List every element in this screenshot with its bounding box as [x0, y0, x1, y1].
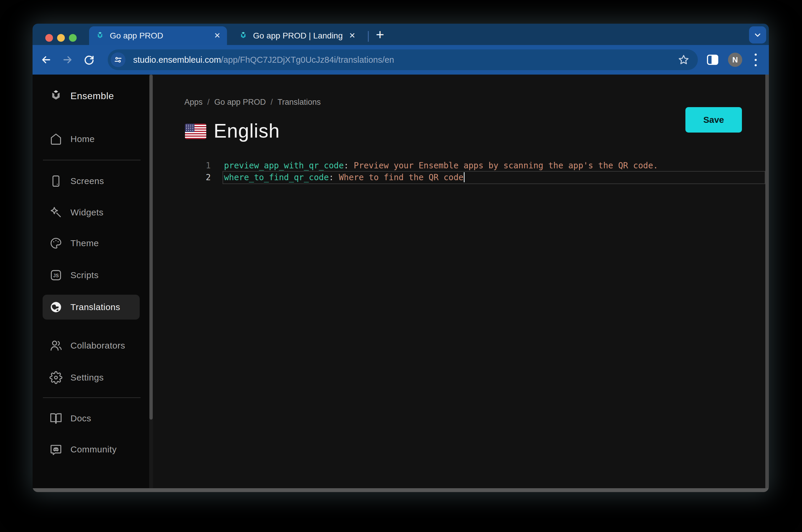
- yaml-editor[interactable]: 1 preview_app_with_qr_code: Preview your…: [153, 75, 765, 488]
- ensemble-logo-icon: [49, 89, 63, 103]
- globe-icon: [49, 300, 63, 314]
- reload-button[interactable]: [82, 53, 96, 66]
- sidebar-item-docs[interactable]: Docs: [33, 406, 149, 431]
- ensemble-favicon-icon: [239, 31, 248, 40]
- minimize-window-button[interactable]: [57, 34, 65, 42]
- sidebar-item-widgets[interactable]: Widgets: [33, 200, 149, 225]
- sidebar-scrollbar-thumb[interactable]: [150, 75, 153, 420]
- arrow-right-icon: [61, 54, 73, 66]
- sidebar-item-translations[interactable]: Translations: [33, 295, 149, 320]
- home-icon: [49, 132, 63, 146]
- tab-go-app-prod[interactable]: Go app PROD ✕: [89, 26, 227, 45]
- desktop: Go app PROD ✕ Go app PROD | Landing ✕ +: [0, 0, 802, 532]
- sidebar-item-screens[interactable]: Screens: [33, 169, 149, 193]
- sidebar-divider: [43, 160, 140, 160]
- sidebar-item-label: Translations: [71, 302, 120, 312]
- translations-panel: Apps / Go app PROD / Translations Englis…: [153, 75, 765, 488]
- sidebar-item-label: Collaborators: [71, 341, 125, 350]
- tab-bar: Go app PROD ✕ Go app PROD | Landing ✕ +: [33, 24, 769, 45]
- sidebar-item-home[interactable]: Home: [33, 127, 149, 152]
- ensemble-brand[interactable]: Ensemble: [33, 83, 149, 108]
- sidebar-item-collaborators[interactable]: Collaborators: [33, 333, 149, 358]
- line-code: preview_app_with_qr_code: Preview your E…: [224, 160, 658, 172]
- back-button[interactable]: [40, 53, 53, 66]
- star-icon: [678, 54, 690, 66]
- line-number: 2: [194, 172, 211, 184]
- js-badge: JS: [53, 273, 59, 278]
- discord-icon: [49, 443, 63, 456]
- browser-toolbar: studio.ensembleui.com/app/FhQC7J2DjXTg0U…: [33, 45, 769, 75]
- tab-close-icon[interactable]: ✕: [349, 31, 356, 40]
- browser-menu-button[interactable]: [752, 52, 759, 68]
- dot: [755, 64, 757, 66]
- sidebar-item-scripts[interactable]: JS Scripts: [33, 263, 149, 288]
- sidebar-item-label: Theme: [71, 238, 99, 248]
- sidebar-item-label: Docs: [71, 413, 91, 423]
- forward-button[interactable]: [61, 53, 74, 66]
- side-panel-button[interactable]: [706, 53, 719, 66]
- reload-icon: [83, 54, 95, 66]
- sidebar-item-label: Screens: [71, 176, 104, 186]
- sidebar-item-settings[interactable]: Settings: [33, 365, 149, 390]
- sidebar-item-label: Settings: [71, 373, 103, 383]
- tab-go-app-prod-landing[interactable]: Go app PROD | Landing ✕: [232, 26, 362, 45]
- address-bar[interactable]: studio.ensembleui.com/app/FhQC7J2DjXTg0U…: [108, 50, 698, 70]
- traffic-lights: [45, 34, 77, 42]
- sidebar-item-label: Community: [71, 444, 117, 455]
- page-content: Ensemble Home: [33, 75, 769, 488]
- dot: [755, 59, 757, 61]
- ensemble-favicon-icon: [96, 31, 104, 40]
- yaml-value: Preview your Ensemble apps by scanning t…: [349, 161, 658, 170]
- brand-name: Ensemble: [71, 91, 114, 101]
- users-icon: [49, 339, 63, 353]
- tab-separator: [368, 31, 369, 42]
- page-scrollbar[interactable]: [765, 75, 769, 488]
- dot: [755, 54, 757, 56]
- tab-title: Go app PROD: [110, 31, 214, 40]
- url-text[interactable]: studio.ensembleui.com/app/FhQC7J2DjXTg0U…: [133, 55, 678, 65]
- yaml-colon: :: [344, 161, 349, 170]
- site-settings-button[interactable]: [111, 52, 126, 67]
- line-number: 1: [194, 160, 211, 172]
- screens-icon: [49, 174, 63, 188]
- side-panel-icon: [706, 54, 719, 66]
- sidebar-item-community[interactable]: Community: [33, 437, 149, 462]
- url-path: /app/FhQC7J2DjXTg0UcJz84i/translations/e…: [221, 55, 394, 64]
- url-host: studio.ensembleui.com: [133, 55, 221, 64]
- sidebar: Ensemble Home: [33, 75, 149, 488]
- yaml-key: where_to_find_qr_code: [224, 172, 329, 182]
- browser-window: Go app PROD ✕ Go app PROD | Landing ✕ +: [33, 24, 769, 492]
- window-bottom-edge: [33, 488, 769, 492]
- chevron-down-icon: [753, 31, 762, 39]
- js-icon: JS: [49, 268, 63, 282]
- palette-icon: [49, 236, 63, 250]
- yaml-key: preview_app_with_qr_code: [224, 161, 344, 170]
- line-code: where_to_find_qr_code: Where to find the…: [224, 172, 465, 184]
- zoom-window-button[interactable]: [69, 34, 77, 42]
- yaml-colon: :: [329, 172, 334, 182]
- new-tab-button[interactable]: +: [372, 26, 388, 42]
- sidebar-item-label: Home: [71, 134, 95, 144]
- editor-line[interactable]: 1 preview_app_with_qr_code: Preview your…: [153, 160, 765, 172]
- close-window-button[interactable]: [45, 34, 53, 42]
- gear-icon: [49, 371, 63, 384]
- sidebar-item-label: Widgets: [71, 207, 103, 217]
- profile-avatar[interactable]: N: [728, 53, 742, 67]
- editor-line-active[interactable]: 2 where_to_find_qr_code: Where to find t…: [153, 172, 765, 184]
- magic-wand-icon: [49, 206, 63, 219]
- tune-icon: [114, 55, 122, 64]
- book-open-icon: [49, 412, 63, 425]
- sidebar-divider: [43, 397, 140, 398]
- tab-title: Go app PROD | Landing: [253, 31, 349, 40]
- sidebar-item-label: Scripts: [71, 270, 98, 280]
- arrow-left-icon: [40, 54, 52, 66]
- sidebar-item-theme[interactable]: Theme: [33, 231, 149, 255]
- tab-search-button[interactable]: [749, 26, 766, 43]
- text-cursor: [464, 172, 465, 182]
- sidebar-scrollbar[interactable]: [149, 75, 153, 488]
- yaml-value: Where to find the QR code: [334, 172, 463, 182]
- tab-close-icon[interactable]: ✕: [214, 31, 221, 40]
- bookmark-button[interactable]: [678, 54, 690, 66]
